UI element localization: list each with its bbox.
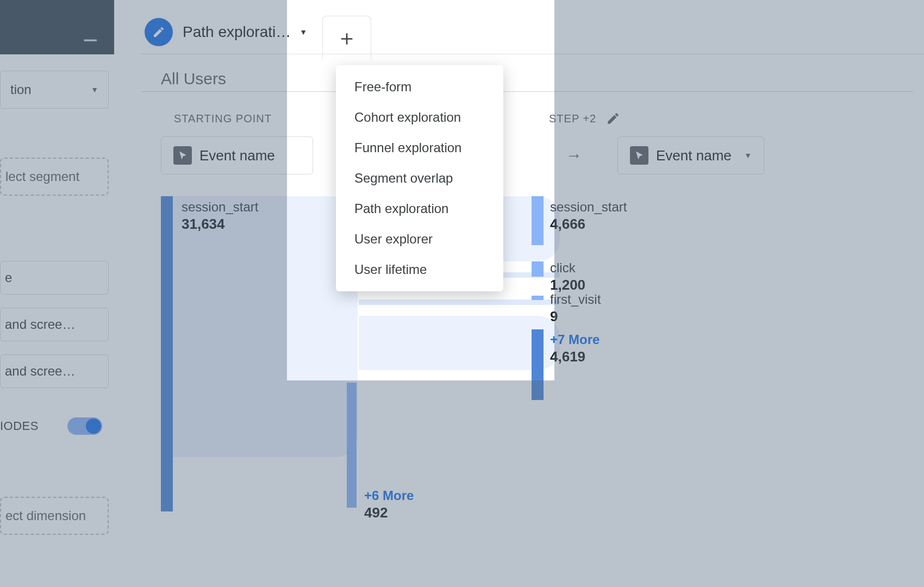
menu-item-funnel-exploration[interactable]: Funnel exploration — [336, 133, 503, 163]
menu-item-path-exploration[interactable]: Path exploration — [336, 193, 503, 224]
node-bar-step2-1[interactable] — [532, 261, 544, 277]
dim-overlay — [0, 0, 287, 587]
menu-item-user-lifetime[interactable]: User lifetime — [336, 254, 503, 285]
menu-item-user-explorer[interactable]: User explorer — [336, 224, 503, 254]
flow-path — [359, 316, 560, 370]
tab-menu-caret[interactable]: ▼ — [299, 28, 307, 36]
plus-icon: ＋ — [336, 23, 358, 53]
flow-path — [359, 299, 560, 305]
dim-overlay — [287, 380, 554, 587]
menu-item-segment-overlap[interactable]: Segment overlap — [336, 163, 503, 193]
technique-menu: Free-form Cohort exploration Funnel expl… — [336, 65, 503, 291]
node-bar-step2-2[interactable] — [532, 296, 544, 300]
menu-item-free-form[interactable]: Free-form — [336, 72, 503, 102]
node-bar-step2-0[interactable] — [532, 196, 544, 245]
add-tab-button[interactable]: ＋ — [322, 16, 371, 59]
menu-item-cohort-exploration[interactable]: Cohort exploration — [336, 102, 503, 133]
dim-overlay — [554, 0, 924, 587]
